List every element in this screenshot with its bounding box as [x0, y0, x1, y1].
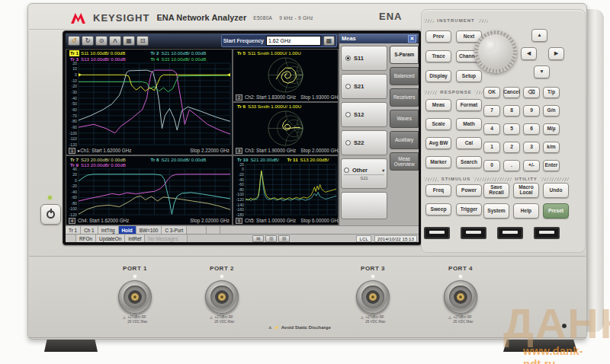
- btn-freq[interactable]: Freq: [425, 184, 451, 196]
- mouse-icon: ▥: [265, 235, 277, 242]
- btn-8[interactable]: 8: [503, 105, 520, 117]
- redo-icon[interactable]: ↻: [82, 36, 94, 46]
- btn-save-recall[interactable]: Save Recall: [483, 183, 509, 198]
- trace-label[interactable]: Tr 2S21 10.00dB/ 0.00dB: [150, 50, 231, 56]
- n-connector: [356, 280, 390, 314]
- tab-auxiliary[interactable]: Auxiliary: [390, 131, 419, 149]
- btn-t-p[interactable]: T/p: [543, 87, 560, 98]
- trace-label[interactable]: Tr 3S13 10.00dB/ 0.00dB: [69, 56, 150, 62]
- arrow-down-button[interactable]: ▼: [534, 65, 550, 78]
- btn-4[interactable]: 4: [483, 123, 500, 135]
- softkey-other[interactable]: Other▾S21: [341, 158, 387, 189]
- trace-label[interactable]: Tr 9S13 20.00dB/ 0.00dB: [69, 162, 150, 168]
- btn-math[interactable]: Math: [456, 118, 482, 130]
- btn-backspace[interactable]: ⌫: [523, 87, 540, 98]
- btn-system[interactable]: System: [483, 203, 509, 219]
- btn-format[interactable]: Format: [456, 99, 482, 111]
- stimulus-buttons: FreqPowerSweepTrigger: [425, 184, 482, 216]
- btn-undo[interactable]: Undo: [543, 183, 569, 198]
- screenshot-icon[interactable]: ⊙: [95, 36, 108, 46]
- btn-power[interactable]: Power: [456, 184, 482, 196]
- keypad-icon[interactable]: ▦: [323, 36, 335, 46]
- trace-label[interactable]: Tr 10S21 20.00dB/: [236, 157, 287, 163]
- btn-search[interactable]: Search: [456, 156, 482, 168]
- other-selected-value: S21: [344, 174, 384, 180]
- trace-label[interactable]: Tr 4S33 10.00dB/ 0.00dB: [150, 56, 231, 62]
- trace-label[interactable]: Tr 8S21 20.00dB/ 0.00dB: [150, 157, 231, 162]
- btn-decimal[interactable]: .: [503, 160, 520, 171]
- trace-label[interactable]: Tr 1S11 10.00dB/ 0.00dB: [69, 50, 150, 56]
- arrow-up-button[interactable]: ▲: [531, 29, 547, 42]
- btn-cal[interactable]: Cal: [456, 137, 482, 149]
- btn-m-micro[interactable]: M/µ: [543, 123, 560, 135]
- lcl-indicator: LCL: [356, 235, 371, 242]
- lock-icon[interactable]: ⊡: [136, 36, 149, 46]
- zoom-window-icon[interactable]: ▦: [123, 36, 135, 46]
- btn-avg-bw[interactable]: Avg BW: [425, 137, 451, 149]
- trace-label[interactable]: Tr 5S11 Smith 1.000U/ 1.00U: [236, 50, 336, 56]
- softkey-s21[interactable]: S21: [341, 74, 387, 99]
- btn-enter[interactable]: Enter: [543, 160, 560, 171]
- btn-setup[interactable]: Setup: [456, 70, 482, 82]
- btn-g-n[interactable]: G/n: [543, 105, 560, 117]
- btn-display[interactable]: Display: [425, 70, 451, 82]
- softkey-s12[interactable]: S12: [341, 102, 387, 127]
- btn-1[interactable]: 1: [483, 142, 500, 153]
- btn-preset[interactable]: Preset: [543, 203, 569, 219]
- port-warning: ⚠+27dBm RF26 VDC Max: [438, 315, 483, 324]
- tab-s-param[interactable]: S-Param: [390, 46, 419, 64]
- footer-stop: Stop 2.00000 GHz: [300, 148, 340, 153]
- power-button[interactable]: [40, 204, 61, 225]
- usb-ports: [424, 227, 560, 239]
- softkey-s11[interactable]: S11: [341, 46, 387, 71]
- btn-9[interactable]: 9: [523, 105, 540, 117]
- btn-prev[interactable]: Prev: [425, 30, 451, 43]
- softkey-blank[interactable]: [341, 192, 387, 219]
- btn-trigger[interactable]: Trigger: [456, 203, 482, 216]
- undo-icon[interactable]: ↺: [68, 36, 80, 46]
- softkey-s22[interactable]: S22: [341, 130, 387, 155]
- rotary-knob[interactable]: [474, 30, 517, 73]
- arrow-left-button[interactable]: ◀: [521, 47, 537, 60]
- trace-label[interactable]: Tr 7S23 20.00dB/ 0.00dB: [69, 157, 150, 162]
- btn-meas[interactable]: Meas: [425, 99, 451, 111]
- svg-text:-140: -140: [236, 203, 244, 207]
- svg-text:20: 20: [72, 172, 77, 177]
- svg-text:40: 40: [72, 168, 77, 171]
- close-icon[interactable]: ✕: [408, 35, 416, 43]
- btn-6[interactable]: 6: [523, 123, 540, 135]
- btn-2[interactable]: 2: [503, 142, 520, 153]
- tab-waves[interactable]: Waves: [390, 110, 419, 128]
- chart-panel-1: Tr 1S11 10.00dB/ 0.00dBTr 2S21 10.00dB/ …: [66, 49, 233, 155]
- btn-trace[interactable]: Trace: [425, 50, 451, 62]
- tab-balanced[interactable]: Balanced: [390, 67, 419, 85]
- usb-port: [497, 227, 523, 239]
- port-warning: ⚠+27dBm RF26 VDC Max: [350, 315, 396, 324]
- footer-start: Ch5: Start 1.00000 GHz: [245, 218, 296, 223]
- trace-label[interactable]: Tr 11S13 20.00dB/: [287, 157, 337, 163]
- start-frequency-input[interactable]: 1.62 GHz: [266, 36, 321, 46]
- footer-start: Ch2: Start 1.83000 GHz: [245, 94, 296, 100]
- tab-receivers[interactable]: Receivers: [390, 88, 419, 107]
- btn-k-m[interactable]: k/m: [543, 142, 560, 153]
- btn-cancel[interactable]: Cancel: [503, 87, 520, 98]
- trace-label[interactable]: Tr 6S33 Smith 1.000U/ 1.00U: [236, 104, 336, 110]
- btn-sweep[interactable]: Sweep: [425, 203, 451, 216]
- btn-0[interactable]: 0: [483, 160, 500, 171]
- btn-marker[interactable]: Marker: [425, 156, 451, 168]
- chart-panel-2: Tr 5S11 Smith 1.000U/ 1.00U 2 Ch2: Start…: [233, 49, 339, 102]
- btn-plus-minus[interactable]: +/-: [523, 160, 540, 171]
- btn-help[interactable]: Help: [513, 203, 539, 219]
- btn-scale[interactable]: Scale: [425, 118, 451, 130]
- btn-ok[interactable]: OK: [483, 87, 500, 98]
- btn-7[interactable]: 7: [483, 105, 500, 117]
- warning-line1: +27dBm RF: [214, 315, 233, 319]
- btn-5[interactable]: 5: [503, 123, 520, 135]
- arrow-right-button[interactable]: ▶: [548, 47, 564, 60]
- peak-marker-icon[interactable]: Λ: [109, 36, 121, 46]
- btn-3[interactable]: 3: [523, 142, 540, 153]
- tab-meas-overview[interactable]: Meas Overview: [390, 152, 419, 171]
- softkey-panel: Meas ✕ S11S21S12S22Other▾S21 S-ParamBala…: [339, 34, 419, 225]
- btn-macro-local[interactable]: Macro Local: [513, 183, 539, 198]
- panel-badge: 1: [69, 148, 75, 154]
